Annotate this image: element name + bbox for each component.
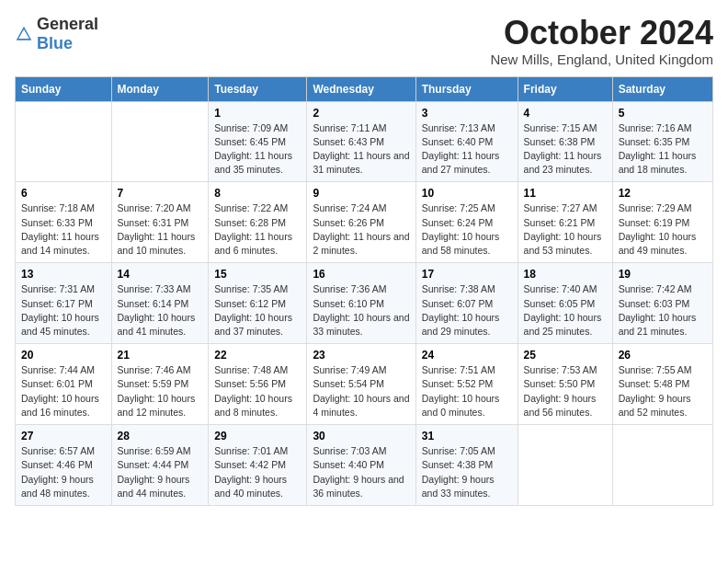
calendar-cell: 20Sunrise: 7:44 AM Sunset: 6:01 PM Dayli… bbox=[16, 344, 112, 425]
calendar-cell: 4Sunrise: 7:15 AM Sunset: 6:38 PM Daylig… bbox=[518, 101, 612, 182]
calendar-week-5: 27Sunrise: 6:57 AM Sunset: 4:46 PM Dayli… bbox=[16, 425, 713, 506]
day-number: 2 bbox=[313, 107, 409, 120]
calendar-body: 1Sunrise: 7:09 AM Sunset: 6:45 PM Daylig… bbox=[16, 101, 713, 505]
calendar-cell: 19Sunrise: 7:42 AM Sunset: 6:03 PM Dayli… bbox=[612, 263, 712, 344]
day-number: 11 bbox=[524, 187, 607, 200]
weekday-header-monday: Monday bbox=[111, 76, 209, 101]
weekday-header-sunday: Sunday bbox=[16, 76, 112, 101]
weekday-header-wednesday: Wednesday bbox=[307, 76, 415, 101]
day-number: 8 bbox=[214, 187, 301, 200]
calendar-cell: 13Sunrise: 7:31 AM Sunset: 6:17 PM Dayli… bbox=[16, 263, 112, 344]
logo-text-blue: Blue bbox=[37, 34, 73, 52]
calendar-cell: 26Sunrise: 7:55 AM Sunset: 5:48 PM Dayli… bbox=[612, 344, 712, 425]
day-info: Sunrise: 7:36 AM Sunset: 6:10 PM Dayligh… bbox=[313, 282, 409, 339]
day-number: 13 bbox=[21, 268, 106, 281]
calendar-cell: 12Sunrise: 7:29 AM Sunset: 6:19 PM Dayli… bbox=[612, 182, 712, 263]
day-number: 27 bbox=[21, 430, 106, 442]
calendar-cell: 17Sunrise: 7:38 AM Sunset: 6:07 PM Dayli… bbox=[415, 263, 518, 344]
day-number: 25 bbox=[524, 349, 607, 362]
calendar-cell bbox=[612, 425, 712, 506]
day-info: Sunrise: 7:05 AM Sunset: 4:38 PM Dayligh… bbox=[422, 444, 512, 500]
day-number: 7 bbox=[118, 187, 203, 200]
day-info: Sunrise: 7:46 AM Sunset: 5:59 PM Dayligh… bbox=[118, 363, 203, 419]
calendar-cell: 25Sunrise: 7:53 AM Sunset: 5:50 PM Dayli… bbox=[518, 344, 612, 425]
day-info: Sunrise: 7:15 AM Sunset: 6:38 PM Dayligh… bbox=[524, 121, 607, 178]
day-info: Sunrise: 6:59 AM Sunset: 4:44 PM Dayligh… bbox=[118, 444, 203, 500]
day-info: Sunrise: 7:38 AM Sunset: 6:07 PM Dayligh… bbox=[422, 282, 512, 339]
logo: General Blue bbox=[15, 15, 98, 53]
day-info: Sunrise: 7:55 AM Sunset: 5:48 PM Dayligh… bbox=[619, 363, 707, 419]
logo-icon bbox=[15, 25, 33, 43]
calendar-cell: 30Sunrise: 7:03 AM Sunset: 4:40 PM Dayli… bbox=[307, 425, 415, 506]
calendar-cell: 3Sunrise: 7:13 AM Sunset: 6:40 PM Daylig… bbox=[415, 101, 518, 182]
day-number: 9 bbox=[313, 187, 409, 200]
day-info: Sunrise: 7:33 AM Sunset: 6:14 PM Dayligh… bbox=[118, 282, 203, 339]
weekday-header-saturday: Saturday bbox=[612, 76, 712, 101]
day-number: 6 bbox=[21, 187, 106, 200]
day-number: 15 bbox=[214, 268, 301, 281]
day-number: 16 bbox=[313, 268, 409, 281]
day-number: 31 bbox=[422, 430, 512, 442]
day-number: 1 bbox=[214, 107, 301, 120]
day-info: Sunrise: 7:51 AM Sunset: 5:52 PM Dayligh… bbox=[422, 363, 512, 419]
title-block: October 2024 New Mills, England, United … bbox=[490, 15, 713, 67]
day-info: Sunrise: 7:09 AM Sunset: 6:45 PM Dayligh… bbox=[214, 121, 301, 178]
day-info: Sunrise: 7:35 AM Sunset: 6:12 PM Dayligh… bbox=[214, 282, 301, 339]
calendar-cell: 6Sunrise: 7:18 AM Sunset: 6:33 PM Daylig… bbox=[16, 182, 112, 263]
calendar-cell bbox=[111, 101, 209, 182]
calendar-cell: 7Sunrise: 7:20 AM Sunset: 6:31 PM Daylig… bbox=[111, 182, 209, 263]
calendar-week-3: 13Sunrise: 7:31 AM Sunset: 6:17 PM Dayli… bbox=[16, 263, 713, 344]
calendar-cell: 22Sunrise: 7:48 AM Sunset: 5:56 PM Dayli… bbox=[209, 344, 307, 425]
day-number: 18 bbox=[524, 268, 607, 281]
day-number: 22 bbox=[214, 349, 301, 362]
calendar-cell: 5Sunrise: 7:16 AM Sunset: 6:35 PM Daylig… bbox=[612, 101, 712, 182]
logo-text-general: General bbox=[37, 15, 98, 33]
day-info: Sunrise: 7:25 AM Sunset: 6:24 PM Dayligh… bbox=[422, 201, 512, 258]
weekday-header-tuesday: Tuesday bbox=[209, 76, 307, 101]
calendar-cell: 10Sunrise: 7:25 AM Sunset: 6:24 PM Dayli… bbox=[415, 182, 518, 263]
calendar-week-2: 6Sunrise: 7:18 AM Sunset: 6:33 PM Daylig… bbox=[16, 182, 713, 263]
calendar-cell: 23Sunrise: 7:49 AM Sunset: 5:54 PM Dayli… bbox=[307, 344, 415, 425]
day-number: 3 bbox=[422, 107, 512, 120]
day-number: 12 bbox=[619, 187, 707, 200]
day-number: 10 bbox=[422, 187, 512, 200]
day-number: 23 bbox=[313, 349, 409, 362]
calendar-cell: 14Sunrise: 7:33 AM Sunset: 6:14 PM Dayli… bbox=[111, 263, 209, 344]
day-number: 24 bbox=[422, 349, 512, 362]
day-info: Sunrise: 7:01 AM Sunset: 4:42 PM Dayligh… bbox=[214, 444, 301, 500]
day-info: Sunrise: 7:03 AM Sunset: 4:40 PM Dayligh… bbox=[313, 444, 409, 500]
calendar-cell bbox=[16, 101, 112, 182]
day-info: Sunrise: 7:49 AM Sunset: 5:54 PM Dayligh… bbox=[313, 363, 409, 419]
calendar-cell: 21Sunrise: 7:46 AM Sunset: 5:59 PM Dayli… bbox=[111, 344, 209, 425]
day-number: 29 bbox=[214, 430, 301, 442]
day-number: 21 bbox=[118, 349, 203, 362]
calendar-cell: 15Sunrise: 7:35 AM Sunset: 6:12 PM Dayli… bbox=[209, 263, 307, 344]
calendar-cell: 24Sunrise: 7:51 AM Sunset: 5:52 PM Dayli… bbox=[415, 344, 518, 425]
calendar-cell: 31Sunrise: 7:05 AM Sunset: 4:38 PM Dayli… bbox=[415, 425, 518, 506]
day-info: Sunrise: 7:42 AM Sunset: 6:03 PM Dayligh… bbox=[619, 282, 707, 339]
calendar-cell bbox=[518, 425, 612, 506]
day-info: Sunrise: 7:29 AM Sunset: 6:19 PM Dayligh… bbox=[619, 201, 707, 258]
calendar-cell: 16Sunrise: 7:36 AM Sunset: 6:10 PM Dayli… bbox=[307, 263, 415, 344]
day-number: 30 bbox=[313, 430, 409, 442]
day-info: Sunrise: 7:31 AM Sunset: 6:17 PM Dayligh… bbox=[21, 282, 106, 339]
day-info: Sunrise: 7:16 AM Sunset: 6:35 PM Dayligh… bbox=[619, 121, 707, 178]
day-info: Sunrise: 7:22 AM Sunset: 6:28 PM Dayligh… bbox=[214, 201, 301, 258]
weekday-header-row: SundayMondayTuesdayWednesdayThursdayFrid… bbox=[16, 76, 713, 101]
month-title: October 2024 bbox=[490, 15, 713, 52]
day-number: 4 bbox=[524, 107, 607, 120]
location-title: New Mills, England, United Kingdom bbox=[490, 52, 713, 67]
day-number: 17 bbox=[422, 268, 512, 281]
day-number: 19 bbox=[619, 268, 707, 281]
day-info: Sunrise: 7:20 AM Sunset: 6:31 PM Dayligh… bbox=[118, 201, 203, 258]
calendar-cell: 29Sunrise: 7:01 AM Sunset: 4:42 PM Dayli… bbox=[209, 425, 307, 506]
day-number: 26 bbox=[619, 349, 707, 362]
calendar-cell: 2Sunrise: 7:11 AM Sunset: 6:43 PM Daylig… bbox=[307, 101, 415, 182]
day-number: 28 bbox=[118, 430, 203, 442]
calendar-week-1: 1Sunrise: 7:09 AM Sunset: 6:45 PM Daylig… bbox=[16, 101, 713, 182]
page-header: General Blue October 2024 New Mills, Eng… bbox=[15, 15, 713, 67]
day-number: 5 bbox=[619, 107, 707, 120]
day-info: Sunrise: 7:44 AM Sunset: 6:01 PM Dayligh… bbox=[21, 363, 106, 419]
day-info: Sunrise: 7:48 AM Sunset: 5:56 PM Dayligh… bbox=[214, 363, 301, 419]
calendar-cell: 9Sunrise: 7:24 AM Sunset: 6:26 PM Daylig… bbox=[307, 182, 415, 263]
